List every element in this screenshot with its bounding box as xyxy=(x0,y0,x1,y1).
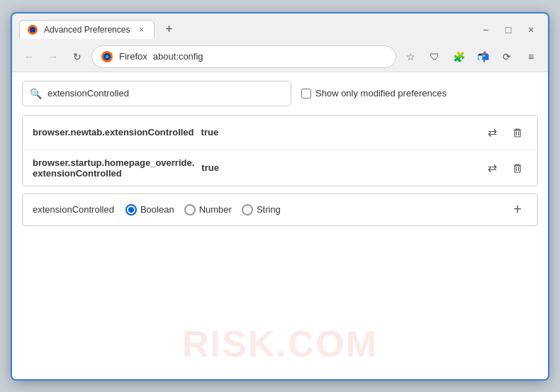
pref-value-2: true xyxy=(201,162,475,173)
address-bar[interactable]: Firefox about:config xyxy=(91,45,396,68)
show-modified-label: Show only modified preferences xyxy=(315,88,447,99)
search-icon: 🔍 xyxy=(30,88,42,99)
radio-number[interactable]: Number xyxy=(184,204,232,215)
radio-string-circle xyxy=(242,204,253,215)
nav-bar: ← → ↻ Firefox about:config ☆ 🛡 🧩 📬 ⟳ ≡ xyxy=(12,42,548,72)
svg-point-4 xyxy=(106,55,109,58)
radio-group: Boolean Number String xyxy=(125,204,496,215)
close-button[interactable]: × xyxy=(521,20,541,40)
pref-delete-button-2[interactable] xyxy=(508,158,527,178)
browser-name: Firefox xyxy=(119,51,147,62)
preferences-table: browser.newtab.extensionControlled true … xyxy=(22,115,538,186)
search-input[interactable] xyxy=(47,88,284,99)
search-row: 🔍 Show only modified preferences xyxy=(22,81,538,106)
bookmark-icon[interactable]: ☆ xyxy=(401,47,420,67)
firefox-icon xyxy=(101,50,113,63)
title-bar: Advanced Preferences × + − □ × xyxy=(12,13,548,42)
content-area: RISK.COM 🔍 Show only modified preference… xyxy=(12,72,548,379)
minimize-button[interactable]: − xyxy=(476,20,495,40)
nav-icons: ☆ 🛡 🧩 📬 ⟳ ≡ xyxy=(401,47,541,67)
radio-boolean[interactable]: Boolean xyxy=(125,204,174,215)
pref-delete-button-1[interactable] xyxy=(508,123,527,142)
radio-number-label: Number xyxy=(199,204,232,215)
menu-icon[interactable]: ≡ xyxy=(521,47,541,67)
svg-rect-5 xyxy=(515,130,520,137)
pref-actions-1: ⇄ xyxy=(482,123,527,142)
browser-window: Advanced Preferences × + − □ × ← → ↻ Fir… xyxy=(11,12,549,381)
pref-actions-2: ⇄ xyxy=(482,158,527,178)
pref-value-1: true xyxy=(201,127,475,138)
watermark: RISK.COM xyxy=(182,323,378,365)
sync-icon[interactable]: ⟳ xyxy=(497,47,517,67)
pref-edit-button-1[interactable]: ⇄ xyxy=(482,123,502,142)
profile-icon[interactable]: 📬 xyxy=(473,47,493,67)
show-modified-container: Show only modified preferences xyxy=(301,88,447,99)
pref-name-1: browser.newtab.extensionControlled xyxy=(33,127,194,138)
preference-search[interactable]: 🔍 xyxy=(22,81,291,106)
forward-button[interactable]: → xyxy=(43,47,63,67)
add-preference-row: extensionControlled Boolean Number xyxy=(22,194,538,226)
pref-edit-button-2[interactable]: ⇄ xyxy=(482,158,502,178)
radio-string[interactable]: String xyxy=(242,204,281,215)
inner-content: 🔍 Show only modified preferences browser… xyxy=(12,72,548,235)
refresh-button[interactable]: ↻ xyxy=(67,47,87,67)
table-row: browser.newtab.extensionControlled true … xyxy=(23,116,537,150)
tab-title: Advanced Preferences xyxy=(44,25,130,35)
tab-close-button[interactable]: × xyxy=(135,24,147,35)
extension-icon[interactable]: 🧩 xyxy=(449,47,469,67)
address-url: about:config xyxy=(153,51,387,62)
show-modified-checkbox[interactable] xyxy=(301,89,311,99)
svg-rect-6 xyxy=(515,166,520,172)
browser-tab[interactable]: Advanced Preferences × xyxy=(19,20,155,39)
back-button[interactable]: ← xyxy=(19,47,39,67)
svg-point-1 xyxy=(30,27,35,33)
radio-number-circle xyxy=(184,204,196,215)
new-tab-button[interactable]: + xyxy=(159,20,179,40)
pref-name-2: browser.startup.homepage_override. exten… xyxy=(33,157,194,179)
window-controls: − □ × xyxy=(476,20,541,40)
radio-boolean-circle xyxy=(125,204,137,215)
add-preference-button[interactable]: + xyxy=(508,200,527,220)
radio-string-label: String xyxy=(257,204,281,215)
new-pref-name: extensionControlled xyxy=(33,204,114,215)
maximize-button[interactable]: □ xyxy=(498,20,518,40)
radio-boolean-label: Boolean xyxy=(140,204,174,215)
shield-icon[interactable]: 🛡 xyxy=(425,47,444,67)
tab-favicon xyxy=(27,24,38,35)
table-row: browser.startup.homepage_override. exten… xyxy=(23,150,537,186)
